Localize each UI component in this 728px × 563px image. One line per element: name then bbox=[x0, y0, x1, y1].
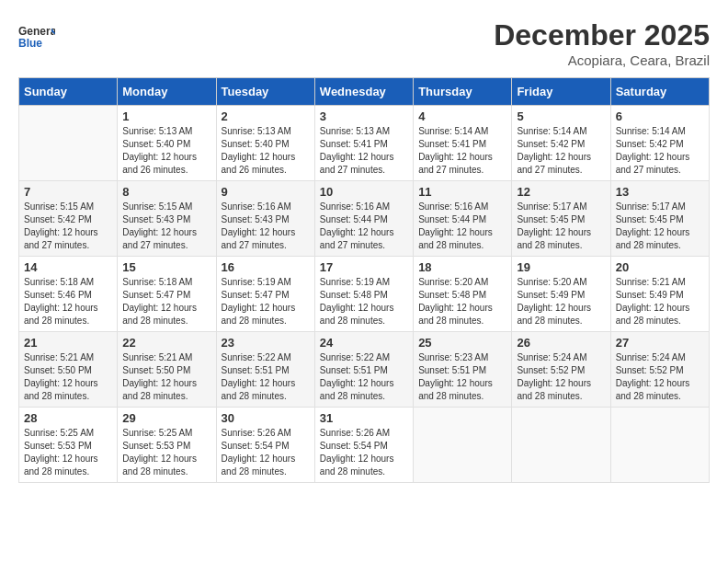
calendar-cell: 22Sunrise: 5:21 AMSunset: 5:50 PMDayligh… bbox=[118, 332, 216, 408]
header-tuesday: Tuesday bbox=[216, 78, 314, 106]
day-info: Sunrise: 5:15 AMSunset: 5:43 PMDaylight:… bbox=[122, 201, 210, 252]
calendar-cell: 15Sunrise: 5:18 AMSunset: 5:47 PMDayligh… bbox=[118, 257, 216, 332]
day-info: Sunrise: 5:13 AMSunset: 5:40 PMDaylight:… bbox=[222, 125, 310, 177]
day-number: 30 bbox=[222, 411, 310, 425]
logo-svg: General Blue bbox=[18, 18, 55, 55]
day-number: 13 bbox=[616, 185, 704, 199]
calendar-cell: 4Sunrise: 5:14 AMSunset: 5:41 PMDaylight… bbox=[414, 106, 512, 181]
calendar-cell: 29Sunrise: 5:25 AMSunset: 5:53 PMDayligh… bbox=[118, 408, 216, 483]
calendar-cell: 6Sunrise: 5:14 AMSunset: 5:42 PMDaylight… bbox=[610, 106, 709, 181]
day-number: 27 bbox=[616, 336, 704, 350]
calendar-cell: 23Sunrise: 5:22 AMSunset: 5:51 PMDayligh… bbox=[216, 332, 314, 408]
calendar-cell: 2Sunrise: 5:13 AMSunset: 5:40 PMDaylight… bbox=[216, 106, 314, 181]
day-number: 31 bbox=[320, 411, 408, 425]
day-number: 7 bbox=[24, 185, 112, 199]
calendar-cell: 17Sunrise: 5:19 AMSunset: 5:48 PMDayligh… bbox=[314, 257, 413, 332]
day-info: Sunrise: 5:22 AMSunset: 5:51 PMDaylight:… bbox=[320, 351, 408, 403]
calendar-week-1: 1Sunrise: 5:13 AMSunset: 5:40 PMDaylight… bbox=[19, 106, 710, 181]
day-number: 24 bbox=[320, 336, 408, 350]
day-info: Sunrise: 5:26 AMSunset: 5:54 PMDaylight:… bbox=[320, 427, 408, 478]
day-info: Sunrise: 5:21 AMSunset: 5:50 PMDaylight:… bbox=[122, 351, 210, 403]
calendar-cell: 18Sunrise: 5:20 AMSunset: 5:48 PMDayligh… bbox=[414, 257, 512, 332]
calendar-cell bbox=[610, 408, 709, 483]
day-info: Sunrise: 5:25 AMSunset: 5:53 PMDaylight:… bbox=[24, 427, 112, 478]
calendar-cell: 28Sunrise: 5:25 AMSunset: 5:53 PMDayligh… bbox=[19, 408, 118, 483]
day-info: Sunrise: 5:17 AMSunset: 5:45 PMDaylight:… bbox=[616, 201, 704, 252]
day-info: Sunrise: 5:19 AMSunset: 5:48 PMDaylight:… bbox=[320, 276, 408, 327]
day-number: 23 bbox=[222, 336, 310, 350]
day-number: 22 bbox=[122, 336, 210, 350]
day-info: Sunrise: 5:21 AMSunset: 5:49 PMDaylight:… bbox=[616, 276, 704, 327]
calendar-cell: 27Sunrise: 5:24 AMSunset: 5:52 PMDayligh… bbox=[610, 332, 709, 408]
day-number: 17 bbox=[320, 260, 408, 274]
title-block: December 2025 Acopiara, Ceara, Brazil bbox=[494, 18, 710, 68]
calendar-cell: 11Sunrise: 5:16 AMSunset: 5:44 PMDayligh… bbox=[414, 181, 512, 257]
day-number: 29 bbox=[122, 411, 210, 425]
day-info: Sunrise: 5:14 AMSunset: 5:42 PMDaylight:… bbox=[616, 125, 704, 177]
calendar-cell: 12Sunrise: 5:17 AMSunset: 5:45 PMDayligh… bbox=[512, 181, 610, 257]
calendar-cell: 25Sunrise: 5:23 AMSunset: 5:51 PMDayligh… bbox=[414, 332, 512, 408]
day-info: Sunrise: 5:16 AMSunset: 5:44 PMDaylight:… bbox=[418, 201, 506, 252]
calendar-cell: 30Sunrise: 5:26 AMSunset: 5:54 PMDayligh… bbox=[216, 408, 314, 483]
day-number: 20 bbox=[616, 260, 704, 274]
header-sunday: Sunday bbox=[19, 78, 118, 106]
calendar-cell: 10Sunrise: 5:16 AMSunset: 5:44 PMDayligh… bbox=[314, 181, 413, 257]
day-number: 9 bbox=[222, 185, 310, 199]
calendar-cell: 8Sunrise: 5:15 AMSunset: 5:43 PMDaylight… bbox=[118, 181, 216, 257]
day-info: Sunrise: 5:23 AMSunset: 5:51 PMDaylight:… bbox=[418, 351, 506, 403]
header-wednesday: Wednesday bbox=[314, 78, 413, 106]
calendar-week-5: 28Sunrise: 5:25 AMSunset: 5:53 PMDayligh… bbox=[19, 408, 710, 483]
day-number: 28 bbox=[24, 411, 112, 425]
day-number: 16 bbox=[222, 260, 310, 274]
header-saturday: Saturday bbox=[610, 78, 709, 106]
day-number: 26 bbox=[517, 336, 605, 350]
day-number: 5 bbox=[517, 109, 605, 123]
logo: General Blue bbox=[18, 18, 55, 55]
calendar-table: SundayMondayTuesdayWednesdayThursdayFrid… bbox=[18, 77, 710, 483]
svg-text:Blue: Blue bbox=[18, 37, 42, 50]
calendar-cell: 1Sunrise: 5:13 AMSunset: 5:40 PMDaylight… bbox=[118, 106, 216, 181]
day-number: 14 bbox=[24, 260, 112, 274]
day-number: 19 bbox=[517, 260, 605, 274]
day-number: 2 bbox=[222, 109, 310, 123]
header-friday: Friday bbox=[512, 78, 610, 106]
page-header: General Blue December 2025 Acopiara, Cea… bbox=[18, 18, 710, 68]
day-number: 4 bbox=[418, 109, 506, 123]
day-number: 21 bbox=[24, 336, 112, 350]
day-number: 10 bbox=[320, 185, 408, 199]
day-info: Sunrise: 5:18 AMSunset: 5:46 PMDaylight:… bbox=[24, 276, 112, 327]
calendar-cell: 14Sunrise: 5:18 AMSunset: 5:46 PMDayligh… bbox=[19, 257, 118, 332]
calendar-cell bbox=[19, 106, 118, 181]
day-number: 11 bbox=[418, 185, 506, 199]
location: Acopiara, Ceara, Brazil bbox=[494, 52, 710, 68]
day-info: Sunrise: 5:17 AMSunset: 5:45 PMDaylight:… bbox=[517, 201, 605, 252]
day-number: 15 bbox=[122, 260, 210, 274]
day-info: Sunrise: 5:21 AMSunset: 5:50 PMDaylight:… bbox=[24, 351, 112, 403]
day-number: 18 bbox=[418, 260, 506, 274]
day-info: Sunrise: 5:26 AMSunset: 5:54 PMDaylight:… bbox=[222, 427, 310, 478]
header-monday: Monday bbox=[118, 78, 216, 106]
svg-text:General: General bbox=[18, 25, 55, 38]
calendar-cell bbox=[414, 408, 512, 483]
day-info: Sunrise: 5:14 AMSunset: 5:41 PMDaylight:… bbox=[418, 125, 506, 177]
day-number: 8 bbox=[122, 185, 210, 199]
day-number: 1 bbox=[122, 109, 210, 123]
day-info: Sunrise: 5:20 AMSunset: 5:48 PMDaylight:… bbox=[418, 276, 506, 327]
day-info: Sunrise: 5:16 AMSunset: 5:43 PMDaylight:… bbox=[222, 201, 310, 252]
header-thursday: Thursday bbox=[414, 78, 512, 106]
day-info: Sunrise: 5:16 AMSunset: 5:44 PMDaylight:… bbox=[320, 201, 408, 252]
day-info: Sunrise: 5:24 AMSunset: 5:52 PMDaylight:… bbox=[517, 351, 605, 403]
day-info: Sunrise: 5:22 AMSunset: 5:51 PMDaylight:… bbox=[222, 351, 310, 403]
day-number: 25 bbox=[418, 336, 506, 350]
day-number: 12 bbox=[517, 185, 605, 199]
calendar-cell: 3Sunrise: 5:13 AMSunset: 5:41 PMDaylight… bbox=[314, 106, 413, 181]
day-info: Sunrise: 5:19 AMSunset: 5:47 PMDaylight:… bbox=[222, 276, 310, 327]
calendar-cell: 5Sunrise: 5:14 AMSunset: 5:42 PMDaylight… bbox=[512, 106, 610, 181]
day-number: 3 bbox=[320, 109, 408, 123]
day-info: Sunrise: 5:24 AMSunset: 5:52 PMDaylight:… bbox=[616, 351, 704, 403]
day-info: Sunrise: 5:13 AMSunset: 5:40 PMDaylight:… bbox=[122, 125, 210, 177]
calendar-cell: 7Sunrise: 5:15 AMSunset: 5:42 PMDaylight… bbox=[19, 181, 118, 257]
calendar-cell: 19Sunrise: 5:20 AMSunset: 5:49 PMDayligh… bbox=[512, 257, 610, 332]
calendar-header-row: SundayMondayTuesdayWednesdayThursdayFrid… bbox=[19, 78, 710, 106]
calendar-cell: 24Sunrise: 5:22 AMSunset: 5:51 PMDayligh… bbox=[314, 332, 413, 408]
